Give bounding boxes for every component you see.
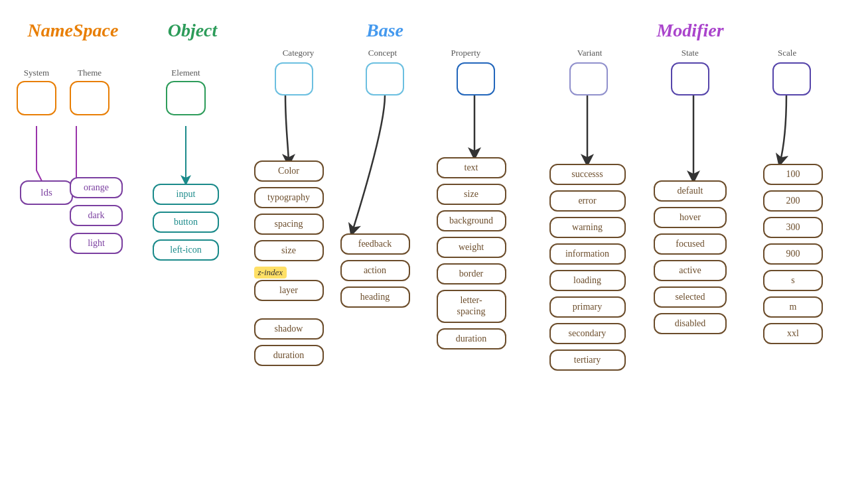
object-section: Object Element input button left-icon bbox=[139, 13, 246, 491]
base-section: Base Category Concept Property bbox=[246, 13, 524, 491]
error-box: error bbox=[549, 190, 626, 212]
disabled-box: disabled bbox=[654, 313, 727, 334]
scale-xxl: xxl bbox=[763, 323, 823, 344]
scale-900: 900 bbox=[763, 243, 823, 265]
duration-prop-box: duration bbox=[437, 328, 506, 349]
dark-box: dark bbox=[70, 205, 123, 226]
color-box: Color bbox=[254, 160, 324, 182]
modifier-title: Modifier bbox=[656, 20, 723, 41]
background-box: background bbox=[437, 210, 506, 231]
orange-box: orange bbox=[70, 177, 123, 198]
focused-box: focused bbox=[654, 233, 727, 255]
success-box: successs bbox=[549, 164, 626, 185]
scale-300: 300 bbox=[763, 217, 823, 238]
namespace-arrows bbox=[10, 48, 136, 472]
typography-box: typography bbox=[254, 187, 324, 208]
namespace-section: NameSpace System Theme bbox=[7, 13, 139, 491]
button-box: button bbox=[153, 212, 219, 233]
input-box: input bbox=[153, 184, 219, 205]
light-box: light bbox=[70, 233, 123, 254]
scale-m: m bbox=[763, 296, 823, 318]
size-box: size bbox=[254, 240, 324, 261]
secondary-box: secondary bbox=[549, 323, 626, 344]
weight-box: weight bbox=[437, 237, 506, 258]
active-box: active bbox=[654, 260, 727, 281]
border-box: border bbox=[437, 263, 506, 284]
scale-200: 200 bbox=[763, 190, 823, 212]
feedback-box: feedback bbox=[340, 233, 410, 255]
scale-100: 100 bbox=[763, 164, 823, 185]
loading-box: loading bbox=[549, 270, 626, 291]
heading-box: heading bbox=[340, 286, 410, 308]
main-diagram: NameSpace System Theme bbox=[0, 0, 866, 504]
tertiary-box: tertiary bbox=[549, 349, 626, 371]
size-prop-box: size bbox=[437, 184, 506, 205]
shadow-box: shadow bbox=[254, 318, 324, 340]
base-title: Base bbox=[366, 20, 403, 41]
duration-cat-box: duration bbox=[254, 345, 324, 366]
text-box: text bbox=[437, 157, 506, 178]
letter-spacing-box: letter-spacing bbox=[437, 290, 506, 323]
lds-box: lds bbox=[20, 180, 73, 205]
information-box: information bbox=[549, 243, 626, 265]
hover-box: hover bbox=[654, 207, 727, 228]
scale-s: s bbox=[763, 270, 823, 291]
modifier-section: Modifier Variant State Scale bbox=[531, 13, 849, 491]
selected-box: selected bbox=[654, 286, 727, 308]
default-box: default bbox=[654, 180, 727, 202]
layer-box: layer bbox=[254, 280, 324, 301]
primary-box: primary bbox=[549, 296, 626, 318]
spacing-box: spacing bbox=[254, 214, 324, 235]
warning-box: warning bbox=[549, 217, 626, 238]
zindex-label: z-index bbox=[254, 267, 287, 279]
action-box: action bbox=[340, 260, 410, 281]
namespace-title: NameSpace bbox=[28, 20, 119, 41]
left-icon-box: left-icon bbox=[153, 239, 219, 261]
object-title: Object bbox=[168, 20, 218, 41]
